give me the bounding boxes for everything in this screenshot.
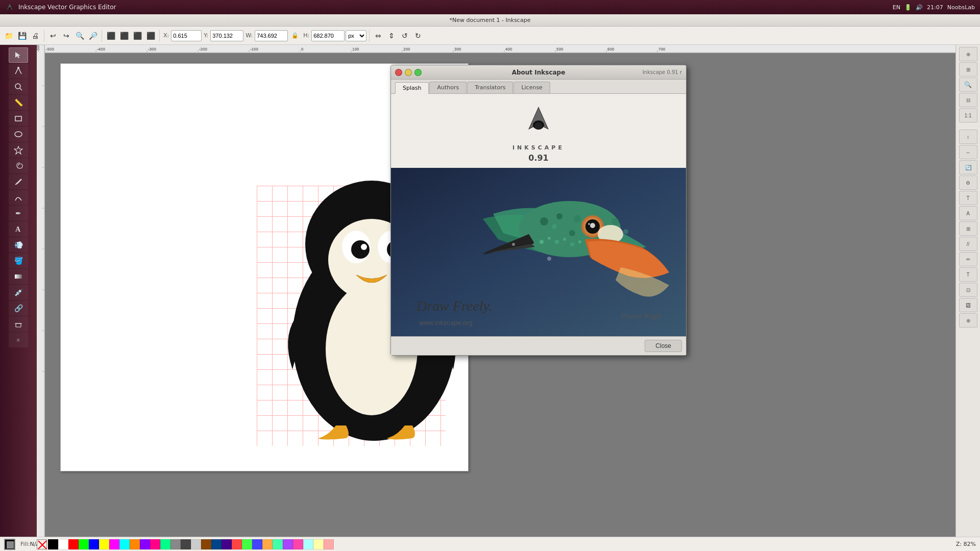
no-color-swatch[interactable] bbox=[37, 539, 47, 549]
palette-color-aa44ff[interactable] bbox=[283, 539, 293, 549]
toolbar-open-btn[interactable]: 📁 bbox=[3, 30, 15, 42]
palette-color-ff0088[interactable] bbox=[150, 539, 160, 549]
right-guide-btn[interactable]: ⊞ bbox=[959, 62, 977, 77]
toolbar-align-center-btn[interactable]: ⬛ bbox=[118, 30, 130, 42]
spray-tool[interactable]: 💨 bbox=[9, 237, 28, 253]
dialog-titlebar: About Inkscape Inkscape 0.91 r bbox=[391, 65, 686, 80]
tab-splash[interactable]: Splash bbox=[395, 82, 429, 94]
selection-tool[interactable] bbox=[9, 47, 28, 63]
gradient-tool[interactable] bbox=[9, 269, 28, 284]
tab-license[interactable]: License bbox=[513, 82, 550, 93]
palette-color-ff8800[interactable] bbox=[130, 539, 140, 549]
right-btn-14[interactable]: ✏ bbox=[959, 252, 977, 266]
dialog-maximize-btn[interactable] bbox=[414, 69, 422, 76]
tab-translators[interactable]: Translators bbox=[467, 82, 513, 93]
toolbar-zoom-in-btn[interactable]: 🔎 bbox=[87, 30, 99, 42]
connector-tool[interactable]: 🔗 bbox=[9, 300, 28, 316]
fill-swatch[interactable] bbox=[4, 539, 15, 550]
palette-color-000000[interactable] bbox=[48, 539, 58, 549]
dialog-close-btn-x[interactable] bbox=[395, 69, 402, 76]
toolbar-redo-btn[interactable]: ↪ bbox=[60, 30, 72, 42]
w-input[interactable] bbox=[255, 30, 288, 41]
palette-color-ffffff[interactable] bbox=[58, 539, 68, 549]
eyedropper-tool[interactable]: 💉 bbox=[9, 285, 28, 300]
measure-tool[interactable]: 📏 bbox=[9, 95, 28, 110]
text-tool[interactable]: A bbox=[9, 221, 28, 237]
layers-btn[interactable]: ≡ bbox=[9, 332, 28, 347]
toolbar-rotate-ccw-btn[interactable]: ↺ bbox=[399, 30, 411, 42]
toolbar-undo-btn[interactable]: ↩ bbox=[47, 30, 59, 42]
x-input[interactable] bbox=[171, 30, 202, 41]
palette-color-00ffff[interactable] bbox=[119, 539, 130, 549]
toolbar-zoom-out-btn[interactable]: 🔍 bbox=[74, 30, 86, 42]
fill-tool[interactable]: 🪣 bbox=[9, 253, 28, 268]
toolbar-flip-v-btn[interactable]: ⇕ bbox=[385, 30, 398, 42]
palette-color-440088[interactable] bbox=[222, 539, 232, 549]
y-input[interactable] bbox=[210, 30, 243, 41]
right-btn-10[interactable]: T bbox=[959, 191, 977, 205]
palette-color-ff44aa[interactable] bbox=[293, 539, 303, 549]
right-btn-16[interactable]: ⊡ bbox=[959, 283, 977, 297]
palette-color-004488[interactable] bbox=[211, 539, 222, 549]
node-tool[interactable] bbox=[9, 63, 28, 79]
right-btn-8[interactable]: 🔄 bbox=[959, 160, 977, 174]
palette-color-ffaa44[interactable] bbox=[262, 539, 273, 549]
tab-authors[interactable]: Authors bbox=[429, 82, 467, 93]
close-about-btn[interactable]: Close bbox=[645, 340, 682, 352]
zoom-tool[interactable] bbox=[9, 79, 28, 94]
right-btn-13[interactable]: // bbox=[959, 237, 977, 251]
eraser-tool[interactable] bbox=[9, 316, 28, 332]
right-zoom-btn[interactable]: 🔍 bbox=[959, 78, 977, 92]
ellipse-tool[interactable] bbox=[9, 127, 28, 142]
right-btn-6[interactable]: ↕ bbox=[959, 130, 977, 144]
spiral-tool[interactable] bbox=[9, 158, 28, 173]
unit-select[interactable]: px mm in cm bbox=[346, 30, 366, 41]
palette-color-888888[interactable] bbox=[170, 539, 181, 549]
toolbar-print-btn[interactable]: 🖨 bbox=[29, 30, 41, 42]
right-btn-9[interactable]: ⚙ bbox=[959, 176, 977, 190]
toolbar-align-right-btn[interactable]: ⬛ bbox=[131, 30, 143, 42]
palette-color-ff0000[interactable] bbox=[68, 539, 79, 549]
palette-color-44ffaa[interactable] bbox=[273, 539, 283, 549]
palette-color-0000ff[interactable] bbox=[89, 539, 99, 549]
palette-color-44ff44[interactable] bbox=[242, 539, 252, 549]
palette-color-8800ff[interactable] bbox=[140, 539, 150, 549]
rect-tool[interactable] bbox=[9, 111, 28, 126]
svg-text:Pascal Wagle: Pascal Wagle bbox=[620, 312, 663, 320]
pencil-tool[interactable] bbox=[9, 174, 28, 189]
toolbar-rotate-cw-btn[interactable]: ↻ bbox=[412, 30, 424, 42]
bezier-tool[interactable] bbox=[9, 190, 28, 205]
palette-color-00ff00[interactable] bbox=[79, 539, 89, 549]
palette-color-ffff00[interactable] bbox=[99, 539, 109, 549]
palette-color-444444[interactable] bbox=[181, 539, 191, 549]
dialog-minimize-btn[interactable] bbox=[405, 69, 412, 76]
right-btn-11[interactable]: A bbox=[959, 206, 977, 220]
palette-color-ffffaa[interactable] bbox=[313, 539, 324, 549]
right-btn-18[interactable]: ⊕ bbox=[959, 313, 977, 328]
toolbar-align-left-btn[interactable]: ⬛ bbox=[105, 30, 117, 42]
splash-area: INKSCAPE 0.91 bbox=[391, 94, 686, 336]
palette-color-aaffff[interactable] bbox=[303, 539, 313, 549]
palette-color-ffaaaa[interactable] bbox=[324, 539, 334, 549]
palette-color-ff00ff[interactable] bbox=[109, 539, 119, 549]
right-zoom-fit-btn[interactable]: ⊟ bbox=[959, 93, 977, 107]
toolbar-flip-h-btn[interactable]: ⇔ bbox=[372, 30, 384, 42]
lock-aspect-btn[interactable]: 🔒 bbox=[289, 30, 301, 42]
right-snap-btn[interactable]: ⊕ bbox=[959, 47, 977, 61]
palette-color-884400[interactable] bbox=[201, 539, 211, 549]
star-tool[interactable] bbox=[9, 142, 28, 158]
palette-color-ff4444[interactable] bbox=[232, 539, 242, 549]
toolbar-align-top-btn[interactable]: ⬛ bbox=[144, 30, 157, 42]
svg-rect-3 bbox=[45, 45, 955, 53]
right-btn-12[interactable]: ⊞ bbox=[959, 221, 977, 236]
right-zoom-100-btn[interactable]: 1:1 bbox=[959, 108, 977, 122]
right-btn-7[interactable]: ↔ bbox=[959, 145, 977, 159]
toolbar-save-btn[interactable]: 💾 bbox=[16, 30, 28, 42]
calligraphy-tool[interactable]: ✒ bbox=[9, 206, 28, 221]
h-input[interactable] bbox=[311, 30, 345, 41]
palette-color-00ff88[interactable] bbox=[160, 539, 170, 549]
palette-color-4444ff[interactable] bbox=[252, 539, 262, 549]
palette-color-cccccc[interactable] bbox=[191, 539, 201, 549]
right-btn-15[interactable]: T bbox=[959, 267, 977, 282]
right-btn-17[interactable]: 🖼 bbox=[959, 298, 977, 312]
